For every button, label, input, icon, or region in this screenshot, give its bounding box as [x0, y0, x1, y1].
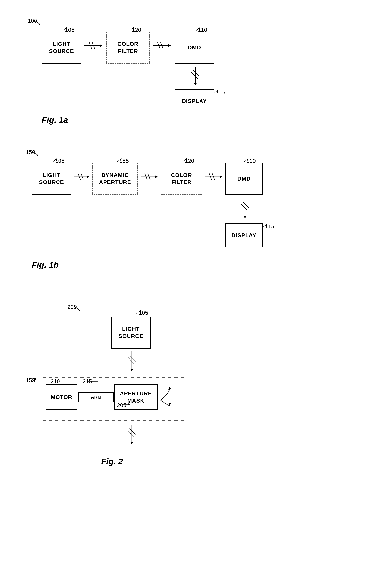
fig-label-1a: Fig. 1a [42, 115, 68, 125]
diagram-fig2: 200 105 LIGHTSOURCE 155 210 M [16, 302, 362, 501]
ref-105-arrow-1b [53, 158, 58, 163]
diagram-fig1a: 100 LIGHTSOURCE 105 COLORFILTER 120 [16, 16, 362, 131]
svg-line-68 [130, 428, 136, 434]
ref-115-arrow-1b [262, 224, 268, 228]
ref-150-arrow [32, 151, 40, 157]
display-box-1b: DISPLAY [225, 223, 263, 247]
ref-215-arm-line [87, 380, 99, 384]
svg-line-57 [130, 355, 136, 361]
ref-210-2: 210 [51, 378, 60, 385]
svg-marker-51 [78, 309, 80, 311]
ref-115-arrow-1a [214, 90, 219, 94]
svg-marker-63 [168, 387, 171, 390]
svg-marker-5 [100, 44, 102, 47]
arrow-1b-dmd-display [237, 196, 253, 221]
dynamic-aperture-box-1b: DYNAMICAPERTURE [92, 163, 138, 195]
curved-arrows-2 [159, 384, 175, 410]
svg-marker-39 [220, 175, 222, 178]
svg-marker-17 [194, 83, 197, 86]
svg-marker-64 [168, 403, 171, 405]
arrow-1b-da-cf [139, 170, 161, 184]
svg-marker-11 [168, 44, 171, 47]
svg-marker-66 [131, 442, 133, 445]
ref-105-arrow-2 [136, 310, 142, 315]
arrow-1a-ls-cf [82, 39, 106, 53]
arrow-2-da-down [124, 423, 140, 448]
svg-marker-55 [131, 369, 133, 371]
arrow-1a-dmd-display [188, 65, 203, 88]
ref-100-arrow [34, 20, 42, 26]
svg-line-46 [241, 204, 247, 210]
arrow-1a-cf-dmd [151, 39, 175, 53]
ref-110-arrow-1b [244, 158, 250, 163]
svg-marker-33 [155, 175, 158, 178]
svg-marker-1 [39, 23, 40, 25]
light-source-box-2: LIGHTSOURCE [111, 317, 151, 348]
svg-marker-45 [243, 216, 246, 218]
svg-line-56 [128, 358, 134, 364]
ref-120-arrow-1a [129, 28, 135, 32]
svg-line-47 [243, 201, 249, 208]
dmd-box-1b: DMD [225, 163, 263, 195]
ref-105-arrow-1a [63, 28, 68, 32]
arrow-1b-ls-da [72, 170, 92, 184]
svg-line-19 [193, 70, 199, 76]
arm-box-2: ARM [78, 392, 114, 402]
light-source-box-1b: LIGHTSOURCE [32, 163, 71, 195]
ref-200-arrow [74, 306, 82, 312]
dmd-box-1a: DMD [175, 32, 214, 64]
motor-box-2: MOTOR [46, 384, 77, 410]
fig-label-2: Fig. 2 [101, 457, 123, 466]
aperture-mask-box-2: APERTUREMASK [114, 384, 158, 410]
diagram-fig1b: 150 LIGHTSOURCE 105 DYNAMICAPERTURE 155 [16, 147, 362, 286]
arrow-1b-cf-dmd [203, 170, 225, 184]
svg-marker-27 [87, 175, 89, 178]
ref-155-arrow-2 [32, 378, 38, 382]
ref-110-arrow-1a [196, 28, 202, 32]
ref-120-arrow-1b [182, 158, 189, 163]
color-filter-box-1b: COLORFILTER [161, 163, 202, 195]
svg-line-18 [191, 72, 198, 79]
arrow-2-ls-down [124, 349, 140, 375]
color-filter-box-1a: COLORFILTER [106, 32, 150, 64]
svg-marker-23 [37, 154, 38, 157]
display-box-1a: DISPLAY [175, 89, 214, 113]
fig-label-1b: Fig. 1b [32, 260, 58, 270]
svg-line-67 [128, 430, 134, 437]
light-source-box-1a: LIGHTSOURCE [42, 32, 81, 64]
page: 100 LIGHTSOURCE 105 COLORFILTER 120 [0, 0, 378, 588]
ref-155-arrow-1b [117, 158, 123, 163]
